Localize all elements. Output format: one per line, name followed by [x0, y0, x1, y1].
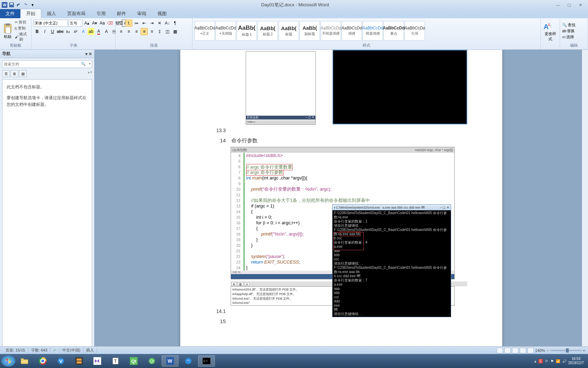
fullscreen-view[interactable]	[504, 348, 511, 353]
nav-headings-tab[interactable]: ☰	[2, 70, 10, 77]
language-indicator[interactable]: 中文(中国)	[59, 348, 83, 353]
show-marks-button[interactable]: ¶	[172, 20, 178, 27]
nav-dropdown-icon[interactable]: ▾	[85, 52, 88, 56]
insert-mode[interactable]: 插入	[83, 348, 97, 353]
zoom-in-button[interactable]: +	[583, 348, 585, 353]
format-painter-button[interactable]: 🖌格式刷	[15, 32, 29, 42]
word-count[interactable]: 字数: 643	[28, 348, 50, 353]
shrink-font-button[interactable]: A▾	[91, 20, 98, 27]
grow-font-button[interactable]: A▴	[83, 20, 90, 27]
shading-button[interactable]: ◫	[164, 28, 171, 35]
start-button[interactable]	[1, 355, 15, 367]
dec-indent-button[interactable]: ⇤	[141, 20, 148, 27]
tab-insert[interactable]: 插入	[41, 9, 62, 18]
subscript-button[interactable]: x₂	[64, 28, 71, 35]
taskbar-edge[interactable]	[180, 355, 197, 367]
tray-network-icon[interactable]: 📶	[556, 359, 560, 363]
replace-button[interactable]: ab替换	[562, 28, 575, 34]
tray-flag-icon[interactable]: 🏳	[545, 359, 548, 363]
document-area[interactable]: 打开文档– ▢ ✕ main.c 13.3 14 命令行参数 (全局范围) ma…	[94, 50, 588, 355]
draft-view[interactable]	[527, 348, 534, 353]
style-heading2[interactable]: AaBb(标题 2	[258, 21, 278, 41]
zoom-out-button[interactable]: −	[546, 348, 548, 353]
justify-button[interactable]: ≡	[141, 28, 148, 35]
zoom-level[interactable]: 140%	[535, 348, 545, 353]
style-subtitle[interactable]: AaBb(副标题	[300, 21, 320, 41]
inc-indent-button[interactable]: ⇥	[148, 20, 155, 27]
style-intense-emphasis[interactable]: AaBbCcDd明显强调	[363, 21, 383, 41]
taskbar-word[interactable]: W	[162, 355, 178, 367]
taskbar-app1[interactable]	[52, 355, 69, 367]
taskbar-qt[interactable]: Qt	[125, 355, 142, 367]
style-heading1[interactable]: AaBb(标题 1	[237, 21, 257, 41]
zoom-slider[interactable]	[550, 350, 582, 351]
style-strong[interactable]: AaBbCcDd要点	[384, 21, 404, 41]
numbering-button[interactable]: ⒈	[125, 20, 132, 27]
web-layout-view[interactable]	[512, 348, 518, 353]
tab-home[interactable]: 开始	[20, 9, 41, 18]
style-no-spacing[interactable]: AaBbCcDd+无间隔	[216, 21, 236, 41]
sort-button[interactable]: A↓	[164, 20, 171, 27]
file-tab[interactable]: 文件	[0, 9, 20, 18]
tab-view[interactable]: 视图	[152, 9, 172, 18]
search-dropdown-icon[interactable]: ▾	[89, 62, 91, 66]
taskbar-explorer[interactable]	[16, 355, 33, 367]
font-color-button[interactable]: A	[95, 28, 102, 35]
undo-button[interactable]	[15, 2, 22, 8]
change-styles-button[interactable]: AA 更改样式	[543, 21, 558, 42]
redo-button[interactable]	[22, 2, 29, 8]
search-input[interactable]	[2, 60, 92, 68]
style-quote[interactable]: AaBbCcDd引用	[405, 21, 425, 41]
superscript-button[interactable]: x²	[72, 28, 79, 35]
paste-button[interactable]: 粘贴	[2, 23, 13, 39]
tray-ime-icon[interactable]: S	[538, 359, 543, 363]
italic-button[interactable]: I	[41, 28, 48, 35]
borders-button[interactable]: ▦	[172, 28, 178, 35]
clear-format-button[interactable]: ⌫	[106, 20, 113, 27]
bold-button[interactable]: B	[34, 28, 41, 35]
highlight-button[interactable]: ab	[88, 28, 94, 35]
print-layout-view[interactable]	[497, 348, 503, 353]
tab-review[interactable]: 审阅	[132, 9, 152, 18]
search-icon[interactable]: 🔍	[81, 62, 86, 66]
tray-clock[interactable]: 16:53 2019/12/7	[568, 357, 584, 365]
save-button[interactable]	[8, 2, 15, 8]
align-center-button[interactable]: ≡	[125, 28, 132, 35]
underline-button[interactable]: U	[49, 28, 56, 35]
asian-layout-button[interactable]: ✕	[156, 20, 163, 27]
taskbar-notepad[interactable]: T	[107, 355, 124, 367]
font-family-combo[interactable]	[34, 20, 68, 27]
tray-up-icon[interactable]: ▴	[534, 359, 536, 363]
cut-button[interactable]: ✂剪切	[15, 20, 29, 25]
vertical-scrollbar[interactable]	[582, 50, 588, 355]
page-indicator[interactable]: 页面: 15/15	[3, 348, 28, 353]
nav-close-button[interactable]: ✕	[89, 52, 92, 56]
close-button[interactable]: ✕	[577, 2, 584, 7]
style-normal[interactable]: AaBbCcDd+正文	[195, 21, 215, 41]
nav-pages-tab[interactable]: ⊞	[10, 70, 18, 77]
select-button[interactable]: ▭选择	[562, 34, 575, 40]
line-spacing-button[interactable]: ‡	[156, 28, 163, 35]
style-title[interactable]: AaBb(标题	[279, 21, 299, 41]
style-emphasis[interactable]: AaBbCcDd强调	[342, 21, 362, 41]
taskbar-chrome[interactable]	[34, 355, 51, 367]
style-subtle-emphasis[interactable]: AaBbCcDd不明显强调	[321, 21, 341, 41]
nav-next-icon[interactable]: ▾	[90, 70, 92, 77]
maximize-button[interactable]: ▢	[566, 2, 573, 7]
bullets-button[interactable]: ☰	[118, 20, 125, 27]
nav-prev-icon[interactable]: ▴	[88, 70, 90, 77]
taskbar-qt2[interactable]: Qt	[144, 355, 160, 367]
taskbar-sublime[interactable]	[71, 355, 88, 367]
proofing-icon[interactable]: ✓	[50, 348, 59, 353]
multilevel-button[interactable]: ≔	[133, 20, 140, 27]
outline-view[interactable]	[520, 348, 526, 353]
distribute-button[interactable]: ≡	[148, 28, 155, 35]
align-right-button[interactable]: ≡	[133, 28, 140, 35]
font-size-combo[interactable]	[69, 20, 83, 27]
find-button[interactable]: 🔍查找	[562, 22, 575, 28]
qat-customize[interactable]: ▾	[29, 2, 36, 8]
copy-button[interactable]: ⎘复制	[15, 26, 29, 31]
char-shading-button[interactable]: A	[103, 28, 110, 35]
tab-references[interactable]: 引用	[91, 9, 111, 18]
tab-mailings[interactable]: 邮件	[111, 9, 132, 18]
